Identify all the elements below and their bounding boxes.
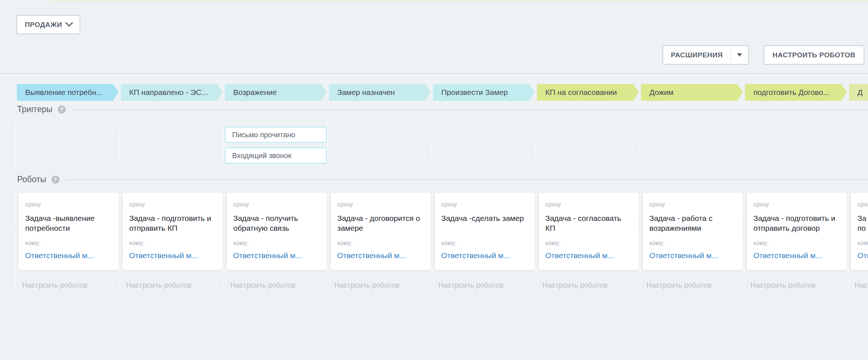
robot-column: сразу Задача - подготовить и отправить К… xyxy=(121,188,223,294)
stage-chip[interactable]: КП на согласовании xyxy=(537,84,639,101)
stage-label: КП направлено - ЭС... xyxy=(129,88,208,96)
trigger-column xyxy=(641,122,743,167)
robot-column: сразу Задача - согласовать КП кому: Отве… xyxy=(537,188,639,294)
robot-card[interactable]: сразу Задача - работа с возражениями ком… xyxy=(643,193,743,270)
stage-chip[interactable]: Замер назначен xyxy=(329,84,431,101)
section-rule xyxy=(66,179,868,180)
robot-assignee-link[interactable]: Ответственный м... xyxy=(753,251,840,260)
header-actions: РАСШИРЕНИЯ НАСТРОИТЬ РОБОТОВ xyxy=(662,45,864,65)
robot-timing-label: сразу xyxy=(649,201,736,208)
trigger-column xyxy=(745,122,847,167)
robot-task-title: Задача - согласовать КП xyxy=(545,213,632,233)
robot-to-label: кому: xyxy=(753,240,840,247)
robot-column: сразу Задача - получить обратную связь к… xyxy=(225,188,327,294)
robot-card[interactable]: сразу Задача - подготовить и отправить д… xyxy=(747,193,847,270)
stage-label: Замер назначен xyxy=(337,88,395,96)
help-icon[interactable]: ? xyxy=(51,176,59,184)
triggers-columns: Письмо прочитаноВходящий звонок xyxy=(17,122,868,167)
stage-chip[interactable]: Д xyxy=(849,84,868,101)
robot-timing-label: сразу xyxy=(753,201,840,208)
stage-chip[interactable]: Дожим xyxy=(641,84,743,101)
stage-chip[interactable]: Произвести Замер xyxy=(433,84,535,101)
triggers-section-header: Триггеры ? xyxy=(17,104,868,114)
robot-task-title: Задача - работа с возражениями xyxy=(649,213,736,233)
stage-chip[interactable]: Возражение xyxy=(225,84,327,101)
robot-assignee-link[interactable]: Ответственный м... xyxy=(129,251,216,260)
extensions-button[interactable]: РАСШИРЕНИЯ xyxy=(662,45,749,65)
extensions-button-label: РАСШИРЕНИЯ xyxy=(663,51,730,59)
robot-timing-label: сразу xyxy=(441,201,528,208)
configure-robots-button-label: НАСТРОИТЬ РОБОТОВ xyxy=(773,51,856,59)
triggers-section-title: Триггеры xyxy=(17,104,53,114)
robot-column: сразу Задача - подготовить и отправить д… xyxy=(745,188,847,294)
funnel-selector-label: ПРОДАЖИ xyxy=(25,21,62,29)
robot-column: сразу Задача -сделать замер кому: Ответс… xyxy=(433,188,535,294)
robot-to-label: кому: xyxy=(337,240,424,247)
robot-timing-label: сразу xyxy=(857,201,868,208)
robot-to-label: кому: xyxy=(233,240,320,247)
robot-timing-label: сразу xyxy=(25,201,112,208)
stage-chip[interactable]: Выявление потребн... xyxy=(17,84,119,101)
robot-to-label: кому: xyxy=(25,240,112,247)
robot-assignee-link[interactable]: Ответственный м... xyxy=(441,251,528,260)
robot-to-label: кому: xyxy=(545,240,632,247)
section-rule xyxy=(72,109,868,110)
robot-to-label: кому: xyxy=(441,240,528,247)
robot-assignee-link[interactable]: Ответственный м... xyxy=(649,251,736,260)
robot-task-title: Задача -сделать замер xyxy=(441,213,528,233)
robot-to-label: кому: xyxy=(857,240,868,247)
robot-card[interactable]: сразу Задача - подготовить и отправить К… xyxy=(123,193,223,270)
robot-card[interactable]: сразу Задача -сделать замер кому: Ответс… xyxy=(435,193,535,270)
trigger-column xyxy=(121,122,223,167)
stage-label: КП на согласовании xyxy=(545,88,617,96)
top-divider-line xyxy=(51,0,868,1)
trigger-column xyxy=(433,122,535,167)
robot-card[interactable]: сразу Задача - получить обратную связь к… xyxy=(227,193,327,270)
stage-label: Д xyxy=(857,88,863,96)
extensions-dropdown-toggle[interactable] xyxy=(731,53,748,57)
robot-task-title: Задача - получить обратную связь xyxy=(233,213,320,233)
trigger-column xyxy=(17,122,119,167)
stage-label: Возражение xyxy=(233,88,277,96)
robot-card[interactable]: сразу За по кому: Ответственный м... xyxy=(851,193,868,270)
robot-assignee-link[interactable]: Ответственный м... xyxy=(233,251,320,260)
funnel-selector-button[interactable]: ПРОДАЖИ xyxy=(16,15,80,34)
robot-timing-label: сразу xyxy=(129,201,216,208)
robot-card[interactable]: сразу Задача - договорится о замере кому… xyxy=(331,193,431,270)
configure-robots-link[interactable]: Настроить роботов xyxy=(126,281,223,290)
robot-column: сразу Задача - работа с возражениями ком… xyxy=(641,188,743,294)
configure-robots-link[interactable]: Настроить роботов xyxy=(646,281,743,290)
robot-column: сразу Задача -выявление потребности кому… xyxy=(17,188,119,294)
robot-timing-label: сразу xyxy=(337,201,424,208)
trigger-item[interactable]: Письмо прочитано xyxy=(225,127,327,143)
stage-label: Выявление потребн... xyxy=(25,88,103,96)
configure-robots-link[interactable]: Настроить роботов xyxy=(438,281,535,290)
robot-assignee-link[interactable]: Ответственный м... xyxy=(857,251,868,260)
trigger-column xyxy=(537,122,639,167)
configure-robots-link[interactable]: Настроить роботов xyxy=(230,281,327,290)
robot-card[interactable]: сразу Задача - согласовать КП кому: Отве… xyxy=(539,193,639,270)
configure-robots-link[interactable]: Настроить роботов xyxy=(750,281,847,290)
robot-assignee-link[interactable]: Ответственный м... xyxy=(337,251,424,260)
robot-column: сразу За по кому: Ответственный м... Нас… xyxy=(849,188,868,294)
robot-to-label: кому: xyxy=(129,240,216,247)
robot-column: сразу Задача - договорится о замере кому… xyxy=(329,188,431,294)
robot-assignee-link[interactable]: Ответственный м... xyxy=(25,251,112,260)
robot-timing-label: сразу xyxy=(233,201,320,208)
configure-robots-link[interactable]: Настроить роботов xyxy=(22,281,119,290)
chevron-down-icon xyxy=(65,19,73,27)
stage-chip[interactable]: КП направлено - ЭС... xyxy=(121,84,223,101)
stage-chip[interactable]: подготовить Догово... xyxy=(745,84,847,101)
robots-section-title: Роботы xyxy=(17,175,46,184)
trigger-item[interactable]: Входящий звонок xyxy=(225,148,327,164)
configure-robots-link[interactable]: Настроить роботов xyxy=(542,281,639,290)
robot-card[interactable]: сразу Задача -выявление потребности кому… xyxy=(19,193,119,270)
configure-robots-link[interactable]: Настроить роботов xyxy=(854,281,868,290)
trigger-column xyxy=(329,122,431,167)
help-icon[interactable]: ? xyxy=(58,106,66,114)
robot-assignee-link[interactable]: Ответственный м... xyxy=(545,251,632,260)
pipeline-stages: Выявление потребн...КП направлено - ЭС..… xyxy=(17,84,868,101)
stage-label: Произвести Замер xyxy=(441,88,508,96)
configure-robots-link[interactable]: Настроить роботов xyxy=(334,281,431,290)
configure-robots-button[interactable]: НАСТРОИТЬ РОБОТОВ xyxy=(764,45,864,65)
